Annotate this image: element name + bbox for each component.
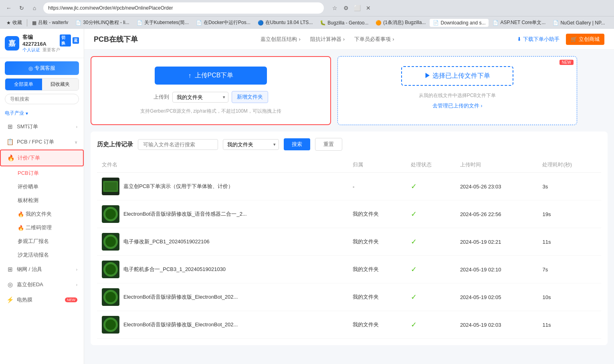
page-icon: 📄 [433,20,439,26]
upload-folder-select[interactable]: 我的文件夹 [172,92,228,103]
td-folder: 我的文件夹 [348,311,406,339]
menu-item-pcb-fpc[interactable]: 📋 PCB / FPC 订单 ∨ [0,134,84,150]
bookmark-kubernetes[interactable]: 📄 关于Kubernetes(简... [133,18,192,27]
td-upload-time: 2024-05-19 02:05 [455,283,538,311]
main-content: PCB在线下单 嘉立创层压结构 › 阻抗计算神器 › 下单员必看事项 › ⬇ [84,29,614,364]
refresh-button[interactable]: ↻ [16,2,27,14]
bug-icon: 🐛 [320,20,326,26]
category-label[interactable]: 电子产业 ▾ [0,107,84,119]
browser-chrome: ← ↻ ⌂ ☆ ⚙ ⬜ ✕ [0,0,614,16]
td-filename: ElectronBot语音版绿荫修改版_ElectronBot_202... [97,283,348,311]
bookmark-label: 30分钟LINQ教程 - li... [83,19,129,26]
extension-icon[interactable]: ⬜ [353,4,362,12]
bookmark-bugzilla2[interactable]: 🟠 (1条消息) Bugzilla... [372,18,429,27]
bookmark-label: (1条消息) Bugzilla... [383,19,426,26]
menu-item-pricing[interactable]: 🔥 计价/下单 [0,150,84,166]
submenu-review[interactable]: 评价晒单 [0,180,84,194]
page-icon: 📄 [196,20,202,26]
select-file-button[interactable]: ▶ 选择已上传文件下单 [401,66,513,86]
submenu-board-test[interactable]: 板材检测 [0,194,84,207]
reset-button[interactable]: 重置 [315,138,342,151]
td-process-time: 19s [537,200,601,228]
search-button[interactable]: 搜索 [284,138,310,150]
bookmark-separator [27,19,27,26]
chevron-down-icon: ∨ [75,140,77,144]
submenu-factory-visit[interactable]: 参观工厂报名 [0,235,84,248]
td-upload-time: 2024-05-26 22:56 [455,200,538,228]
tab-favorites[interactable]: 囧收藏夹 [42,79,79,90]
bookmark-nuget[interactable]: 📄 NuGet Gallery | NP... [549,19,608,27]
table-row[interactable]: 电子修改新_PCB1_20240519022106 我的文件夹 ✓ 2024-0… [97,228,601,256]
new-badge: NEW [559,60,574,65]
status-ok-icon: ✓ [411,210,417,218]
table-row[interactable]: ElectronBot语音版绿荫修改版_语音传感器二合一_2... 我的文件夹 … [97,200,601,228]
table-row[interactable]: 电子舵机多合一_PCB3_1_20240519021030 我的文件夹 ✓ 20… [97,256,601,283]
table-row[interactable]: ElectronBot语音版绿荫修改版_ElectronBot_202... 我… [97,283,601,311]
status-ok-icon: ✓ [411,237,417,246]
verify-link[interactable]: 个人认证 [22,47,40,53]
history-search-input[interactable] [138,139,218,150]
submenu-qr-code[interactable]: 🔥 二维码管理 [0,221,84,235]
page-icon: 📄 [493,20,499,26]
bookmark-docker[interactable]: 📄 在Docker中运行Pos... [193,18,254,27]
tab-all-menu[interactable]: 全部菜单 [5,79,42,90]
history-folder-select[interactable]: 我的文件夹 [223,139,279,150]
layer-structure-link[interactable]: 嘉立创层压结构 › [261,36,300,43]
td-process-time: 11s [537,228,601,256]
switch-button[interactable]: 切换 [60,34,71,47]
close-icon[interactable]: ✕ [364,4,373,12]
bookmark-label: NuGet Gallery | NP... [560,20,605,26]
star-icon[interactable]: ☆ [330,4,339,12]
service-button[interactable]: ◎ 专属客服 [5,61,79,75]
home-button[interactable]: ⌂ [29,2,40,14]
submenu-my-folder[interactable]: 🔥 我的文件夹 [0,207,84,221]
new-folder-button[interactable]: 新增文件夹 [232,91,268,103]
steel-icon: ⊞ [6,266,14,273]
back-button[interactable]: ← [3,2,14,14]
ubuntu-icon: 🔵 [258,20,264,26]
td-process-time: 7s [537,256,601,283]
message-icon: 🟠 [376,20,382,26]
download-icon: ⬇ [517,36,521,42]
td-filename: ElectronBot语音版绿荫修改版_语音传感器二合一_2... [97,200,348,228]
bookmark-walterlv[interactable]: ▦ 吕毅 - walterlv [29,18,71,27]
search-input[interactable] [5,94,79,104]
menu-item-eda[interactable]: ◎ 嘉立创EDA › [0,277,84,292]
impedance-calc-link[interactable]: 阻抗计算神器 › [310,36,345,43]
page-icon: 📄 [137,20,143,26]
submenu-pcb-order[interactable]: PCB订单 [0,166,84,180]
bookmark-label: Downloading and s... [440,20,485,26]
bookmark-bugzilla[interactable]: 🐛 Bugzilla - Gentoo... [317,19,372,27]
menu-item-smt[interactable]: ⊞ SMT订单 › [0,119,84,134]
td-upload-time: 2024-05-19 02:03 [455,311,538,339]
status-ok-icon: ✓ [411,265,417,274]
settings-icon[interactable]: ⚙ [341,4,350,12]
bookmarks-bar: ★ 收藏 ▦ 吕毅 - walterlv 📄 30分钟LINQ教程 - li..… [0,16,614,29]
td-filename: 电子修改新_PCB1_20240519022106 [97,228,348,256]
menu-item-steel[interactable]: ⊞ 钢网 / 治具 › [0,262,84,277]
bookmark-ubuntu[interactable]: 🔵 在Ubuntu 18.04 LTS... [254,18,316,27]
arrow-right-icon: › [76,283,77,287]
col-upload-time: 上传时间 [455,157,538,173]
manage-files-link[interactable]: 去管理已上传的文件 › [347,102,567,109]
right-spacer [584,56,608,125]
table-row[interactable]: ElectronBot语音版绿荫修改版_ElectronBot_202... 我… [97,311,601,339]
bookmark-linq[interactable]: 📄 30分钟LINQ教程 - li... [72,18,132,27]
td-filename: 嘉立创PCB下单演示（仅用于下单体验、计价） [97,173,348,200]
submenu-salon[interactable]: 沙龙活动报名 [0,248,84,262]
td-status: ✓ [406,173,455,200]
service-icon: ◎ [28,65,33,71]
bookmark-downloading[interactable]: 📄 Downloading and s... [430,19,489,27]
select-file-card: NEW ▶ 选择已上传文件下单 从我的在线文件中选择PCB文件下单 去管理已上传… [337,56,577,125]
bookmark-aspnet[interactable]: 📄 ASP.NET Core单文... [489,18,549,27]
upload-pcb-card: ↑ 上传PCB下单 上传到 我的文件夹 新增文件夹 支持Gerber/PCB源文… [91,56,331,125]
order-tips-link[interactable]: 下单员必看事项 › [354,36,394,43]
store-button[interactable]: 🛒 立创商城 [566,34,604,45]
heater-icon: ⚡ [6,296,14,303]
menu-item-heater[interactable]: ⚡ 电热膜 NEW [0,292,84,307]
download-assistant-button[interactable]: ⬇ 下载下单小助手 [517,36,559,43]
bookmark-favorites[interactable]: ★ 收藏 [3,18,25,27]
address-bar[interactable] [43,2,324,14]
table-row[interactable]: 嘉立创PCB下单演示（仅用于下单体验、计价） - ✓ 2024-05-26 23… [97,173,601,200]
upload-pcb-button[interactable]: ↑ 上传PCB下单 [155,67,267,85]
